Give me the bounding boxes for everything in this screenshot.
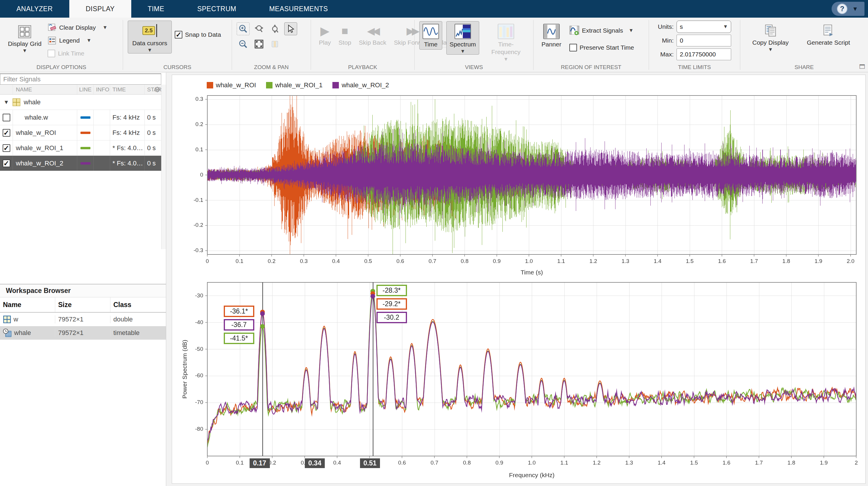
signal-row-whale-w-roi[interactable]: whale_w_ROI Fs: 4 kHz 0 s xyxy=(0,125,161,140)
cursor1-readout-orange[interactable]: -36.1* xyxy=(224,306,254,317)
snap-to-data-checkbox[interactable] xyxy=(175,31,182,38)
signal-group-row-whale[interactable]: ▼ whale xyxy=(0,95,161,110)
header-info: INFO xyxy=(94,85,110,94)
units-select[interactable]: s ▼ xyxy=(677,21,731,33)
workspace-var-name: w xyxy=(13,316,18,323)
tab-measurements[interactable]: MEASUREMENTS xyxy=(253,0,344,18)
zoom-in-button[interactable] xyxy=(237,22,250,35)
zoom-out-button[interactable] xyxy=(237,38,250,51)
sidebar-scrollbar[interactable] xyxy=(161,85,166,249)
panner-button[interactable]: Panner xyxy=(538,21,565,50)
stop-label: Stop xyxy=(339,39,351,47)
collapse-triangle-icon[interactable]: ▼ xyxy=(3,99,9,106)
time-view-button[interactable]: Time xyxy=(419,21,442,50)
section-label-cursors: CURSORS xyxy=(123,64,232,70)
signal-row-whale-w[interactable]: whale.w Fs: 4 kHz 0 s xyxy=(0,110,161,125)
signal-row-whale-w-roi-1[interactable]: whale_w_ROI_1 * Fs: 4.0… 0 s xyxy=(0,140,161,156)
preserve-start-time-label: Preserve Start Time xyxy=(580,44,634,51)
clear-display-icon xyxy=(48,23,56,32)
copy-display-button[interactable]: Copy Display ▼ xyxy=(749,21,792,53)
group-zoom-pan: ZOOM & PAN xyxy=(232,18,311,72)
tab-analyzer[interactable]: ANALYZER xyxy=(0,0,69,18)
workspace-row-whale[interactable]: whale 79572×1 timetable xyxy=(0,326,166,340)
play-button[interactable]: ▶ Play xyxy=(316,22,334,48)
group-display-options: Display Grid ▼ Clear Display ▼ xyxy=(0,18,123,72)
ribbon: Display Grid ▼ Clear Display ▼ xyxy=(0,18,868,72)
zoom-x-button[interactable] xyxy=(252,22,266,35)
signal-info xyxy=(94,156,110,171)
preserve-start-time-row[interactable]: Preserve Start Time xyxy=(569,41,634,54)
cursor2-readout-orange[interactable]: -29.2* xyxy=(376,298,407,310)
panner-icon xyxy=(543,24,560,39)
workspace-header-name[interactable]: Name xyxy=(0,297,55,312)
signal-start: 0 s xyxy=(145,125,161,140)
fit-to-view-button[interactable] xyxy=(252,38,266,51)
signal-visible-checkbox[interactable] xyxy=(3,144,10,152)
max-input[interactable]: 2.017750000 xyxy=(677,49,731,60)
link-time-checkbox-row[interactable]: Link Time xyxy=(48,47,107,60)
signal-visible-checkbox[interactable] xyxy=(3,114,10,121)
cursor2-frequency-badge[interactable]: 0.51 xyxy=(360,458,380,468)
header-line: LINE xyxy=(77,85,94,94)
table-settings-gear-icon[interactable]: ⚙ xyxy=(154,85,161,94)
chevron-down-icon: ▼ xyxy=(629,29,634,32)
workspace-row-w[interactable]: w 79572×1 double xyxy=(0,313,166,326)
cursor-delta-badge[interactable]: 0.34 xyxy=(305,458,325,468)
tab-time[interactable]: TIME xyxy=(131,0,181,18)
legend-item[interactable]: whale_w_ROI xyxy=(207,81,256,89)
spectrum-view-button[interactable]: Spectrum ▼ xyxy=(446,21,479,55)
data-cursors-button[interactable]: 2.5 Data cursors ▼ xyxy=(128,21,172,54)
line-color-swatch xyxy=(81,162,90,165)
data-cursors-icon: 2.5 xyxy=(143,26,155,35)
help-menu[interactable]: ? ▼ xyxy=(832,2,865,16)
legend-item[interactable]: whale_w_ROI_1 xyxy=(266,81,322,89)
pan-button[interactable] xyxy=(269,38,281,51)
display-grid-button[interactable]: Display Grid ▼ xyxy=(5,22,44,54)
zoom-x-icon xyxy=(254,24,264,33)
time-frequency-view-button[interactable]: Time-Frequency ▼ xyxy=(483,21,529,63)
legend-icon xyxy=(48,36,56,45)
filter-signals-input[interactable]: Filter Signals xyxy=(0,74,161,85)
snap-to-data-row[interactable]: Snap to Data xyxy=(175,28,221,41)
cursor1-readout-green[interactable]: -41.5* xyxy=(224,333,254,344)
signal-row-whale-w-roi-2[interactable]: whale_w_ROI_2 * Fs: 4.0… 0 s xyxy=(0,156,161,171)
signal-visible-checkbox[interactable] xyxy=(3,160,10,167)
cursor1-frequency-badge[interactable]: 0.17 xyxy=(250,458,270,468)
signal-visible-checkbox[interactable] xyxy=(3,129,10,137)
skip-back-button[interactable]: ◀◀ Skip Back xyxy=(355,22,390,48)
preserve-start-time-checkbox[interactable] xyxy=(569,44,577,51)
time-plot-canvas[interactable] xyxy=(172,92,865,284)
stop-button[interactable]: ■ Stop xyxy=(335,22,354,48)
tab-display[interactable]: DISPLAY xyxy=(69,0,131,18)
cursor1-readout-purple[interactable]: -36.7 xyxy=(224,319,254,331)
time-plot-legend: whale_w_ROI whale_w_ROI_1 whale_w_ROI_2 xyxy=(207,81,389,89)
tab-spectrum[interactable]: SPECTRUM xyxy=(181,0,253,18)
generate-script-button[interactable]: Generate Script xyxy=(804,21,853,48)
time-frequency-icon xyxy=(498,24,514,39)
chevron-down-icon: ▼ xyxy=(504,58,508,61)
spectrum-plot-canvas[interactable] xyxy=(172,278,865,483)
ribbon-collapse-icon[interactable]: 🗖 xyxy=(859,63,865,70)
pointer-tool-button[interactable] xyxy=(284,22,297,35)
legend-swatch-purple xyxy=(332,82,339,88)
line-color-swatch xyxy=(81,116,90,119)
cursor-line-glyph xyxy=(156,24,157,37)
cursor2-readout-purple[interactable]: -30.2 xyxy=(376,312,407,323)
help-icon[interactable]: ? xyxy=(837,3,847,14)
chevron-down-icon: ▼ xyxy=(86,39,91,42)
legend-item[interactable]: whale_w_ROI_2 xyxy=(332,81,389,89)
clear-display-button[interactable]: Clear Display ▼ xyxy=(48,21,107,34)
workspace-header-size[interactable]: Size xyxy=(55,297,111,312)
min-input[interactable]: 0 xyxy=(677,35,731,47)
workspace-var-class: timetable xyxy=(111,329,166,337)
legend-button[interactable]: Legend ▼ xyxy=(48,34,107,47)
legend-label: whale_w_ROI_1 xyxy=(275,81,322,89)
link-time-checkbox[interactable] xyxy=(48,50,55,57)
workspace-header-class[interactable]: Class xyxy=(111,297,166,312)
extract-signals-button[interactable]: Extract Signals ▼ xyxy=(569,24,634,37)
cursor2-readout-green[interactable]: -28.3* xyxy=(376,285,407,296)
line-color-swatch xyxy=(81,147,90,149)
zoom-y-button[interactable] xyxy=(269,22,281,35)
legend-swatch-orange xyxy=(207,82,213,88)
signal-info xyxy=(94,125,110,140)
